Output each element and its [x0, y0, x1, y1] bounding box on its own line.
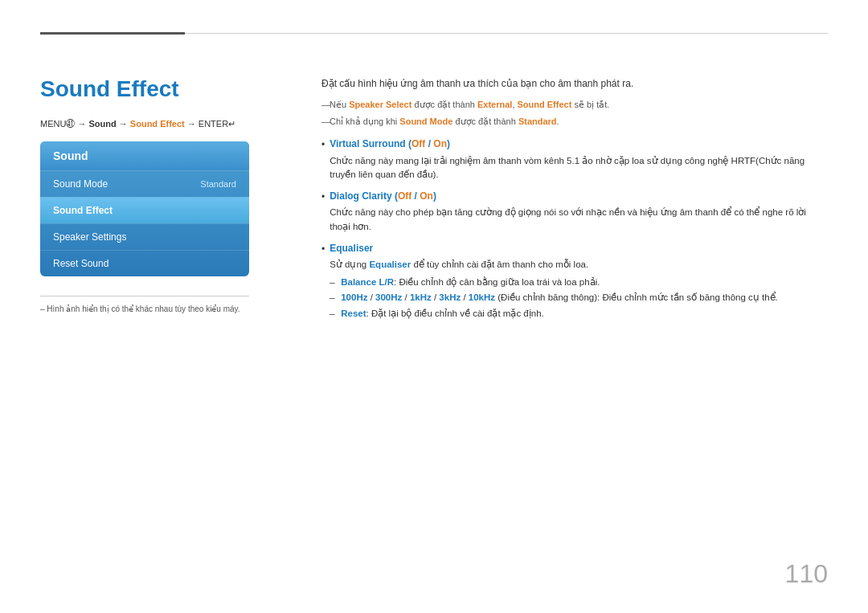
- menu-item-value: Standard: [200, 179, 236, 189]
- bullet-title-virtual-surround: Virtual Surround (Off / On): [330, 137, 828, 152]
- bullet-title-equaliser: Equaliser: [330, 241, 778, 256]
- equaliser-sub-list: Balance L/R: Điều chỉnh độ cân bằng giữa…: [330, 276, 778, 321]
- right-content: Đặt cấu hình hiệu ứng âm thanh ưa thích …: [321, 76, 828, 329]
- bullet-content: Dialog Clarity (Off / On) Chức năng này …: [330, 189, 828, 235]
- sub-item-balance: Balance L/R: Điều chỉnh độ cân bằng giữa…: [330, 276, 778, 289]
- bullet-desc-virtual-surround: Chức năng này mang lại trải nghiệm âm th…: [330, 154, 828, 183]
- menu-item-sound-mode[interactable]: Sound Mode Standard: [40, 170, 249, 197]
- menu-path: MENU㊶ → Sound → Sound Effect → ENTER↵: [40, 118, 289, 130]
- bullet-virtual-surround: • Virtual Surround (Off / On) Chức năng …: [321, 137, 828, 182]
- sound-menu-title: Sound: [40, 141, 249, 170]
- bullet-content: Virtual Surround (Off / On) Chức năng nà…: [330, 137, 828, 182]
- bullet-dot: •: [321, 190, 325, 235]
- sound-menu: Sound Sound Mode Standard Sound Effect S…: [40, 141, 249, 276]
- menu-item-sound-effect[interactable]: Sound Effect: [40, 197, 249, 223]
- bottom-note: – Hình ảnh hiển thị có thể khác nhau tùy…: [40, 296, 249, 313]
- note-speaker-select: Nếu Speaker Select được đặt thành Extern…: [321, 98, 828, 112]
- menu-item-label: Speaker Settings: [53, 231, 126, 243]
- sub-item-reset: Reset: Đặt lại bộ điều chỉnh về cài đặt …: [330, 307, 778, 321]
- menu-item-label: Sound Mode: [53, 178, 108, 190]
- bullet-title-dialog-clarity: Dialog Clarity (Off / On): [330, 189, 828, 204]
- menu-item-reset-sound[interactable]: Reset Sound: [40, 250, 249, 276]
- bullet-dialog-clarity: • Dialog Clarity (Off / On) Chức năng nà…: [321, 189, 828, 235]
- bullet-desc-dialog-clarity: Chức năng này cho phép bạn tăng cường độ…: [330, 206, 828, 235]
- bullet-dot: •: [321, 137, 325, 182]
- menu-item-label: Reset Sound: [53, 258, 108, 269]
- menu-icon: MENU: [40, 119, 66, 129]
- bullet-section: • Virtual Surround (Off / On) Chức năng …: [321, 137, 828, 321]
- sub-item-frequencies: 100Hz / 300Hz / 1kHz / 3kHz / 10kHz (Điề…: [330, 291, 778, 304]
- bullet-desc-equaliser: Sử dụng Equaliser để tùy chỉnh cài đặt â…: [330, 258, 778, 272]
- page-container: Sound Effect MENU㊶ → Sound → Sound Effec…: [0, 0, 868, 613]
- page-number: 110: [785, 559, 828, 589]
- left-panel: Sound Effect MENU㊶ → Sound → Sound Effec…: [40, 76, 289, 329]
- rule-light: [185, 33, 828, 34]
- page-title: Sound Effect: [40, 76, 289, 102]
- menu-item-speaker-settings[interactable]: Speaker Settings: [40, 223, 249, 250]
- intro-text: Đặt cấu hình hiệu ứng âm thanh ưa thích …: [321, 76, 828, 92]
- main-layout: Sound Effect MENU㊶ → Sound → Sound Effec…: [40, 76, 828, 329]
- rule-dark: [40, 32, 185, 35]
- top-rules: [40, 32, 828, 35]
- bullet-equaliser: • Equaliser Sử dụng Equaliser để tùy chỉ…: [321, 241, 828, 322]
- bullet-content: Equaliser Sử dụng Equaliser để tùy chỉnh…: [330, 241, 778, 322]
- note-sound-mode: Chỉ khả dụng khi Sound Mode được đặt thà…: [321, 115, 828, 129]
- menu-item-label: Sound Effect: [53, 205, 113, 216]
- bullet-dot: •: [321, 242, 325, 322]
